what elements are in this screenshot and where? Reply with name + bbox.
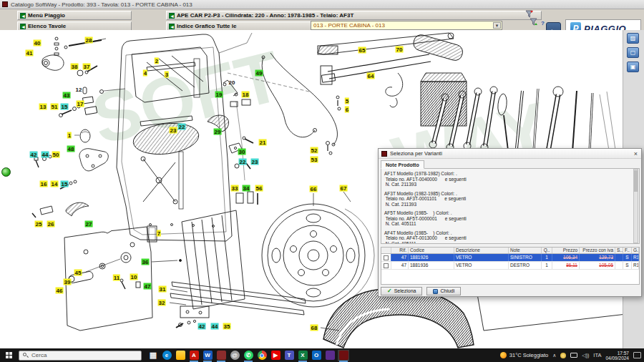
callout-43[interactable]: 43 xyxy=(63,92,71,99)
callout-22[interactable]: 22 xyxy=(239,159,247,165)
side-button-frame[interactable]: ▢ xyxy=(627,47,639,58)
callout-64[interactable]: 64 xyxy=(367,73,375,79)
callout-29[interactable]: 29 xyxy=(214,129,222,135)
callout-7[interactable]: 7 xyxy=(157,230,161,237)
scrollbar-thumb[interactable] xyxy=(634,170,638,192)
callout-53[interactable]: 53 xyxy=(311,157,318,163)
callout-1[interactable]: 1 xyxy=(67,132,72,139)
chevron-down-icon[interactable]: ▼ xyxy=(493,22,501,29)
seleziona-button[interactable]: ✓ Seleziona xyxy=(381,287,422,295)
chiudi-button[interactable]: Chiudi xyxy=(426,287,461,295)
callout-52[interactable]: 52 xyxy=(311,147,318,154)
callout-35[interactable]: 35 xyxy=(223,323,231,330)
callout-19[interactable]: 19 xyxy=(215,92,223,98)
edge-icon[interactable]: e xyxy=(161,350,172,361)
callout-33[interactable]: 33 xyxy=(231,185,239,192)
notes-scrollbar[interactable] xyxy=(633,169,638,243)
task-view-icon[interactable]: ▦ xyxy=(147,350,159,361)
callout-65[interactable]: 65 xyxy=(358,47,366,54)
callout-23[interactable]: 23 xyxy=(170,127,177,134)
callout-13[interactable]: 13 xyxy=(39,104,47,110)
notification-center-button[interactable] xyxy=(633,352,641,358)
callout-40[interactable]: 40 xyxy=(34,40,42,47)
close-icon[interactable]: × xyxy=(634,150,638,157)
callout-38[interactable]: 38 xyxy=(71,64,79,70)
callout-32[interactable]: 32 xyxy=(158,300,166,306)
onedrive-icon[interactable] xyxy=(560,353,566,358)
callout-3[interactable]: 3 xyxy=(165,72,169,78)
app-icon-2[interactable]: @ xyxy=(229,350,240,361)
callout-51[interactable]: 51 xyxy=(51,104,59,110)
callout-15[interactable]: 15 xyxy=(61,104,69,110)
clock[interactable]: 17:57 04/09/2024 xyxy=(605,351,629,361)
callout-11[interactable]: 11 xyxy=(113,275,120,281)
row-checkbox[interactable] xyxy=(384,255,389,260)
callout-10[interactable]: 10 xyxy=(130,274,138,280)
callout-47[interactable]: 47 xyxy=(144,283,152,290)
callout-30[interactable]: 30 xyxy=(238,149,246,155)
callout-44[interactable]: 44 xyxy=(42,152,49,158)
callout-17[interactable]: 17 xyxy=(77,101,84,107)
app-icon-3[interactable] xyxy=(324,350,336,361)
word-icon[interactable]: W xyxy=(202,350,213,361)
callout-66[interactable]: 66 xyxy=(310,186,318,192)
callout-21[interactable]: 21 xyxy=(259,140,267,146)
callout-46[interactable]: 46 xyxy=(56,288,64,294)
callout-26[interactable]: 26 xyxy=(47,221,55,228)
callout-42[interactable]: 42 xyxy=(198,323,206,330)
callout-49[interactable]: 49 xyxy=(255,70,263,77)
speaker-icon[interactable]: ◁)) xyxy=(582,353,589,358)
callout-37[interactable]: 37 xyxy=(83,64,91,70)
callout-36[interactable]: 36 xyxy=(142,259,150,265)
callout-23[interactable]: 23 xyxy=(251,159,259,165)
help-icon[interactable]: ? xyxy=(541,20,545,26)
outlook-icon[interactable]: O xyxy=(311,350,322,361)
tray-chevron-icon[interactable]: ∧ xyxy=(552,353,556,358)
app-icon-1[interactable] xyxy=(215,350,227,361)
callout-22[interactable]: 22 xyxy=(178,124,186,130)
callout-45[interactable]: 45 xyxy=(74,270,82,276)
callout-5[interactable]: 5 xyxy=(345,98,349,104)
callout-44[interactable]: 44 xyxy=(211,323,219,330)
chrome-icon[interactable] xyxy=(256,350,268,361)
callout-12[interactable]: 12 xyxy=(75,87,83,93)
table-row-0[interactable]: 471881926VETROSINISTRO1106,34129,73SR1 xyxy=(381,254,639,262)
green-indicator-button[interactable] xyxy=(1,167,11,177)
menu-piaggio-button[interactable]: ◄ Menù Piaggio xyxy=(17,11,132,20)
side-button-blocks[interactable]: ▣ xyxy=(627,62,639,72)
acrobat-icon[interactable]: A xyxy=(188,350,200,361)
catalog-app-icon[interactable] xyxy=(338,350,349,361)
callout-31[interactable]: 31 xyxy=(159,286,167,293)
callout-28[interactable]: 28 xyxy=(85,37,93,44)
teams-icon[interactable]: T xyxy=(283,350,295,361)
side-button-picture[interactable]: ▨ xyxy=(627,33,639,44)
callout-15[interactable]: 15 xyxy=(61,181,69,187)
callout-68[interactable]: 68 xyxy=(311,325,318,331)
tab-note-prodotto[interactable]: Note Prodotto xyxy=(381,160,424,169)
weather-widget[interactable]: 31°C Soleggiato xyxy=(500,352,548,358)
filter-remove-icon[interactable] xyxy=(525,10,533,18)
callout-14[interactable]: 14 xyxy=(51,181,59,187)
youtube-icon[interactable]: ▶ xyxy=(270,350,281,361)
file-explorer-icon[interactable] xyxy=(175,350,186,361)
row-checkbox[interactable] xyxy=(384,263,389,268)
product-info-button[interactable]: ◄ APE CAR P2-P3 - Cilindrata: 220 - Anno… xyxy=(166,11,542,20)
callout-25[interactable]: 25 xyxy=(35,221,43,228)
tavola-combobox[interactable]: 013 - PORTE CABINA - 013 ▼ xyxy=(311,21,502,30)
callout-2[interactable]: 2 xyxy=(155,58,159,64)
search-input[interactable]: Cerca xyxy=(19,351,142,361)
excel-icon[interactable]: X xyxy=(297,350,308,361)
callout-16[interactable]: 16 xyxy=(40,181,48,187)
callout-6[interactable]: 6 xyxy=(345,107,349,113)
callout-67[interactable]: 67 xyxy=(340,185,348,192)
filter-add-icon[interactable] xyxy=(530,18,537,26)
callout-27[interactable]: 27 xyxy=(85,221,93,228)
table-row-1[interactable]: 471881936VETRODESTRO186,11105,05SR1 xyxy=(381,262,639,270)
display-icon[interactable] xyxy=(570,353,577,358)
callout-56[interactable]: 56 xyxy=(255,185,263,192)
callout-48[interactable]: 48 xyxy=(67,146,75,152)
callout-50[interactable]: 50 xyxy=(52,152,60,158)
whatsapp-icon[interactable]: ✆ xyxy=(243,350,254,361)
callout-18[interactable]: 18 xyxy=(242,92,250,98)
callout-70[interactable]: 70 xyxy=(396,47,404,53)
